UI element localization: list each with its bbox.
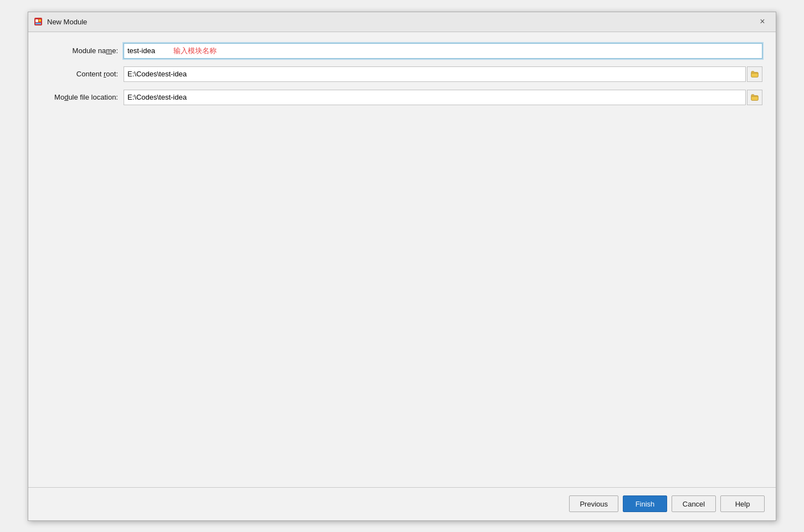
svg-rect-1 <box>35 19 38 22</box>
finish-button[interactable]: Finish <box>623 495 667 512</box>
cancel-button[interactable]: Cancel <box>672 495 716 512</box>
module-name-label: Module name: <box>42 47 124 55</box>
svg-rect-3 <box>35 23 41 24</box>
module-name-input-container: 输入模块名称 <box>124 43 762 59</box>
module-file-location-input[interactable] <box>124 90 746 105</box>
app-icon <box>34 17 43 26</box>
module-file-location-browse-button[interactable] <box>747 90 762 105</box>
close-button[interactable]: × <box>755 14 770 29</box>
folder-icon-2 <box>751 94 759 101</box>
module-file-location-input-container <box>124 90 762 105</box>
module-file-location-label: Module file location: <box>42 93 124 101</box>
content-root-label: Content root: <box>42 70 124 78</box>
module-file-location-row: Module file location: <box>42 90 762 105</box>
folder-icon <box>751 70 759 78</box>
title-bar: New Module × <box>28 12 776 32</box>
content-root-input[interactable] <box>124 66 746 82</box>
dialog-title: New Module <box>47 18 755 26</box>
dialog-body: Module name: 输入模块名称 Content root: <box>28 32 776 487</box>
previous-button[interactable]: Previous <box>569 495 618 512</box>
svg-rect-2 <box>39 19 41 22</box>
content-root-input-container <box>124 66 762 82</box>
help-button[interactable]: Help <box>720 495 765 512</box>
module-name-input[interactable] <box>124 43 762 59</box>
module-name-row: Module name: 输入模块名称 <box>42 43 762 59</box>
dialog-footer: Previous Finish Cancel Help <box>28 487 776 520</box>
new-module-dialog: New Module × Module name: 输入模块名称 Content… <box>28 12 776 521</box>
content-root-row: Content root: <box>42 66 762 82</box>
content-root-browse-button[interactable] <box>747 66 762 82</box>
